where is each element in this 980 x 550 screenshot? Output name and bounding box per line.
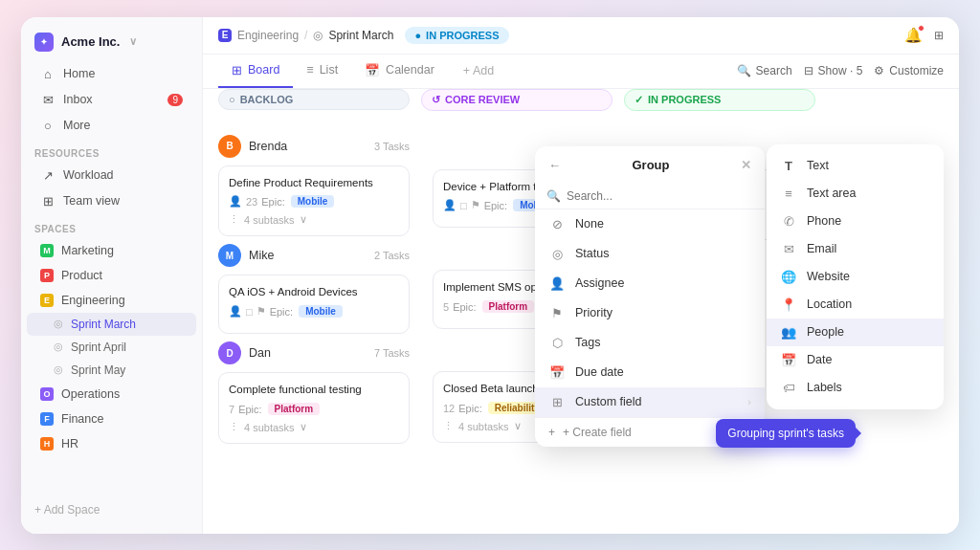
sidebar-item-label: Operations: [61, 387, 120, 401]
task-card[interactable]: QA iOS + Android Devices 👤 □ ⚑ Epic: Mob…: [218, 275, 410, 334]
sidebar-item-label: Home: [63, 67, 95, 80]
sidebar-item-workload[interactable]: ↗ Workload: [27, 163, 196, 188]
notification-icon[interactable]: 🔔: [904, 27, 923, 44]
dropdown-item-priority[interactable]: ⚑ Priority: [535, 298, 765, 328]
more-icon: ○: [40, 119, 56, 133]
task-meta: 👤 23 Epic: Mobile: [229, 195, 399, 208]
none-icon: ⊘: [548, 217, 566, 231]
customize-label: Customize: [889, 64, 944, 77]
group-name-mike: Mike: [249, 249, 274, 262]
subtask-row: ⋮ 4 subtasks ∨: [229, 213, 399, 226]
tab-list[interactable]: ≡ List: [293, 55, 351, 87]
sidebar-item-home[interactable]: ⌂ Home: [27, 61, 196, 87]
dropdown-item-customfield[interactable]: ⊞ Custom field ›: [535, 387, 765, 417]
rp-item-location[interactable]: 📍 Location: [767, 291, 944, 319]
customize-button[interactable]: ⚙ Customize: [874, 64, 944, 77]
tab-board[interactable]: ⊞ Board: [218, 55, 293, 88]
task-num: 23: [246, 196, 257, 208]
sidebar-item-label: Sprint April: [71, 341, 126, 354]
epic-badge: Platform: [268, 403, 321, 415]
board-icon: ⊞: [232, 63, 242, 77]
task-title: Define Product Requirements: [229, 176, 399, 190]
sprint-breadcrumb-icon: ◎: [313, 29, 323, 42]
rp-item-label: Text: [807, 159, 829, 172]
dropdown-item-duedate[interactable]: 📅 Due date: [535, 358, 765, 387]
rp-item-people[interactable]: 👥 People: [767, 319, 944, 346]
rp-item-email[interactable]: ✉ Email: [767, 235, 944, 263]
subtask-icon: ⋮: [229, 421, 239, 433]
dropdown-item-label: Tags: [575, 336, 600, 349]
avatar-dan: D: [218, 341, 241, 364]
review-icon: ↺: [432, 94, 440, 106]
sidebar-item-label: Product: [61, 269, 102, 282]
rp-item-labels[interactable]: 🏷 Labels: [767, 374, 944, 402]
sprint-icon: ◎: [54, 363, 63, 376]
rp-item-text[interactable]: T Text: [767, 152, 944, 180]
add-space-button[interactable]: + Add Space: [21, 497, 202, 522]
dropdown-search: 🔍: [535, 184, 765, 209]
add-tab-label: + Add: [463, 64, 494, 77]
rp-item-label: Date: [807, 353, 832, 366]
avatar-brenda: B: [218, 135, 241, 158]
dropdown-close-button[interactable]: ✕: [741, 158, 751, 172]
group-name-brenda: Brenda: [249, 140, 287, 153]
sidebar-item-inbox[interactable]: ✉ Inbox 9: [27, 87, 196, 113]
logo-icon: ✦: [34, 33, 54, 52]
status-text: IN PROGRESS: [426, 30, 499, 41]
task-card[interactable]: Complete functional testing 7 Epic: Plat…: [218, 372, 410, 444]
avatar-mike: M: [218, 244, 241, 267]
rp-item-date[interactable]: 📅 Date: [767, 346, 944, 374]
tab-calendar[interactable]: 📅 Calendar: [351, 55, 448, 88]
show-icon: ⊟: [804, 64, 813, 77]
dropdown-item-assignee[interactable]: 👤 Assignee: [535, 269, 765, 298]
dropdown-item-none[interactable]: ⊘ None: [535, 209, 765, 239]
main-content: E Engineering / ◎ Sprint March ● IN PROG…: [203, 17, 959, 534]
box-icon: □: [460, 200, 467, 211]
rp-item-label: Labels: [807, 381, 842, 394]
rp-item-website[interactable]: 🌐 Website: [767, 263, 944, 291]
dropdown-back-button[interactable]: ←: [548, 158, 561, 172]
dropdown-item-status[interactable]: ◎ Status: [535, 239, 765, 269]
sidebar-item-product[interactable]: P Product: [27, 263, 196, 288]
dropdown-search-input[interactable]: [567, 189, 753, 203]
dropdown-header: ← Group ✕: [535, 146, 765, 184]
inprogress-label: IN PROGRESS: [648, 94, 721, 105]
customize-icon: ⚙: [874, 64, 884, 77]
search-button[interactable]: 🔍 Search: [737, 64, 792, 77]
top-actions: 🔔 ⊞: [904, 27, 944, 44]
space-dot-hr: H: [40, 437, 54, 451]
dropdown-item-label: Due date: [575, 365, 624, 379]
dropdown-item-label: Status: [575, 247, 609, 260]
app-logo[interactable]: ✦ Acme Inc. ∨: [21, 29, 202, 61]
sidebar-item-teamview[interactable]: ⊞ Team view: [27, 188, 196, 214]
customfield-icon: ⊞: [548, 395, 566, 409]
task-meta: 👤 □ ⚑ Epic: Mobile: [229, 305, 399, 318]
sidebar-item-sprint-march[interactable]: ◎ Sprint March: [27, 313, 196, 336]
rp-item-phone[interactable]: ✆ Phone: [767, 208, 944, 235]
sidebar-item-sprint-may[interactable]: ◎ Sprint May: [27, 359, 196, 382]
dropdown-item-label: Custom field: [575, 395, 641, 408]
sidebar-item-finance[interactable]: F Finance: [27, 407, 196, 431]
rp-item-label: Location: [807, 297, 852, 311]
task-card[interactable]: Define Product Requirements 👤 23 Epic: M…: [218, 165, 410, 237]
grid-view-button[interactable]: ⊞: [934, 29, 944, 42]
inprogress-header: ✓ IN PROGRESS: [624, 89, 815, 111]
sidebar: ✦ Acme Inc. ∨ ⌂ Home ✉ Inbox 9 ○ More Re…: [21, 17, 203, 534]
dropdown-item-tags[interactable]: ⬡ Tags: [535, 328, 765, 358]
rp-item-label: Text area: [807, 187, 856, 200]
app-name: Acme Inc.: [61, 34, 120, 49]
add-view-button[interactable]: + Add: [452, 55, 505, 86]
show-button[interactable]: ⊟ Show · 5: [804, 64, 863, 77]
status-icon: ●: [414, 30, 421, 41]
sidebar-item-operations[interactable]: O Operations: [27, 382, 196, 407]
sidebar-item-hr[interactable]: H HR: [27, 431, 196, 456]
rp-item-textarea[interactable]: ≡ Text area: [767, 180, 944, 208]
sidebar-item-more[interactable]: ○ More: [27, 113, 196, 139]
search-label: Search: [756, 64, 792, 77]
sidebar-item-sprint-april[interactable]: ◎ Sprint April: [27, 336, 196, 359]
dropdown-item-label: None: [575, 217, 604, 231]
sidebar-item-marketing[interactable]: M Marketing: [27, 238, 196, 263]
status-icon: ◎: [548, 247, 566, 261]
subtask-icon: ⋮: [443, 420, 454, 432]
sidebar-item-engineering[interactable]: E Engineering: [27, 288, 196, 313]
